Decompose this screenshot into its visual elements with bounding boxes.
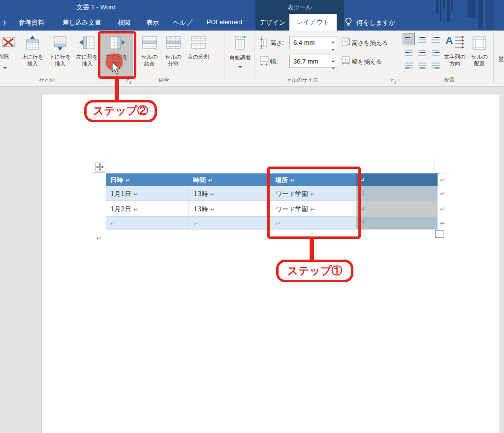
cell-margins-icon [468, 35, 491, 53]
split-table-label: 表の分割 [185, 53, 212, 60]
pilcrow-mark: ↵ [110, 220, 115, 227]
table-cell[interactable]: 13時 ↵ [189, 201, 271, 217]
table-header-cell-selected[interactable] [356, 173, 438, 186]
distribute-columns-button[interactable]: 幅を揃える [352, 58, 382, 66]
height-input[interactable]: 6.4 mm [289, 36, 337, 49]
delete-button-label: 削除 [0, 53, 17, 60]
table-cell[interactable]: ↵ [189, 217, 271, 230]
crop-mark-top-right-v [435, 158, 435, 172]
end-of-row-mark: ↵ [440, 176, 445, 184]
align-bottom-right-button[interactable] [429, 59, 441, 71]
split-table-button[interactable]: 表の分割 [185, 32, 212, 77]
align-top-left-button[interactable] [403, 33, 415, 45]
width-input[interactable]: 36.7 mm [289, 55, 337, 68]
distribute-rows-button[interactable]: 高さを揃える [352, 39, 388, 47]
tell-me-box[interactable]: 何をしますか [356, 18, 396, 27]
pilcrow-mark: ↵ [210, 206, 215, 213]
align-middle-center-button[interactable] [416, 46, 428, 58]
height-field-label: 高さ: [270, 39, 284, 47]
delete-button[interactable]: 削除 [0, 32, 17, 77]
merge-cells-icon [136, 35, 162, 51]
table-cell-selected[interactable] [356, 201, 438, 217]
cell-margins-button[interactable]: セルの 配置 [468, 32, 491, 77]
cell-size-dialog-launcher-icon[interactable] [391, 77, 397, 83]
autofit-label: 自動調整 [226, 54, 254, 61]
split-table-icon [185, 35, 212, 51]
cell-text: 1月2日 [110, 205, 131, 213]
align-bottom-left-button[interactable] [403, 59, 415, 71]
table-cell[interactable]: 1月1日 ↵ [106, 186, 189, 201]
table-header-cell[interactable]: 日時 ↵ [106, 173, 189, 186]
pilcrow-mark: ↵ [208, 177, 213, 184]
insert-column-left-button[interactable]: 左に列を 挿入 [73, 32, 101, 77]
height-value: 6.4 mm [293, 39, 315, 46]
text-direction-label: 文字列の 方向 [442, 53, 468, 67]
document-page[interactable] [41, 95, 500, 433]
insert-row-above-button[interactable]: 上に行を 挿入 [19, 32, 46, 77]
insert-row-below-line2: 挿入 [46, 60, 74, 67]
end-of-cell-marker [361, 178, 364, 181]
tab-pdfelement[interactable]: PDFelement [207, 18, 242, 26]
align-bottom-center-button[interactable] [416, 59, 428, 71]
text-direction-line2: 方向 [442, 60, 468, 67]
insert-row-above-label: 上に行を 挿入 [19, 53, 46, 67]
distribute-rows-icon [342, 37, 350, 48]
end-of-cell-marker [361, 207, 364, 210]
height-spinner[interactable] [329, 36, 337, 49]
align-middle-right-button[interactable] [429, 46, 441, 58]
insert-column-left-icon [73, 35, 101, 52]
crop-mark-top-left-h [93, 172, 106, 173]
insert-row-below-button[interactable]: 下に行を 挿入 [46, 32, 74, 77]
width-spinner[interactable] [329, 55, 337, 67]
insert-row-below-label: 下に行を 挿入 [46, 53, 74, 67]
table-cell[interactable]: 13時 ↵ [189, 186, 271, 201]
align-top-center-button[interactable] [416, 33, 428, 45]
table-cell[interactable]: ↵ [106, 217, 189, 230]
cell-margins-line2: 配置 [468, 60, 491, 67]
insert-row-below-icon [46, 35, 74, 53]
insert-row-above-icon [19, 35, 46, 53]
crop-mark-top-left-v [106, 158, 106, 172]
tab-layout-main-partial[interactable]: ト [1, 18, 8, 27]
pilcrow-mark: ↵ [133, 191, 138, 198]
lightbulb-icon [345, 17, 352, 30]
cell-margins-label: セルの 配置 [468, 53, 491, 67]
table-tools-label: 表ツール [255, 3, 344, 12]
table-header-cell[interactable]: 時間 ↵ [189, 173, 271, 186]
tab-table-layout-active[interactable]: レイアウト [289, 14, 337, 31]
cell-text: 13時 [193, 190, 208, 198]
header-text: 日時 [110, 176, 123, 184]
table-cell[interactable]: 1月2日 ↵ [106, 201, 189, 217]
end-of-table-marker [435, 230, 443, 238]
annotation-label-step2: ステップ② [84, 100, 157, 122]
annotation-line-step2 [115, 78, 119, 101]
autofit-button[interactable]: 自動調整 [226, 32, 254, 77]
merge-cells-button[interactable]: セルの 結合 [136, 32, 162, 77]
table-cell-selected[interactable] [356, 217, 438, 230]
autofit-dropdown-caret [238, 66, 242, 68]
tab-table-design[interactable]: デザイン [259, 18, 285, 27]
partial-sort-button[interactable]: 並 [498, 55, 504, 64]
align-middle-left-button[interactable] [403, 46, 415, 58]
table-cell-selected[interactable] [356, 186, 438, 201]
mouse-cursor-icon [111, 62, 121, 77]
split-cells-icon [161, 35, 186, 51]
text-direction-line1: 文字列の [442, 53, 468, 60]
align-top-right-button[interactable] [429, 33, 441, 45]
tab-references[interactable]: 参考資料 [19, 18, 44, 27]
table-move-handle-icon[interactable] [95, 163, 104, 171]
pilcrow-mark: ↵ [133, 206, 138, 213]
document-area [0, 87, 504, 433]
tab-help[interactable]: ヘルプ [173, 18, 192, 27]
end-of-row-mark: ↵ [440, 205, 445, 213]
group-label-merge: 結合 [139, 77, 189, 84]
text-direction-button[interactable]: A 文字列の 方向 [442, 32, 468, 77]
insert-row-below-line1: 下に行を [46, 53, 74, 60]
tab-review[interactable]: 校閲 [118, 18, 130, 27]
tab-view[interactable]: 表示 [146, 18, 159, 27]
split-cells-button[interactable]: セルの 分割 [161, 32, 186, 77]
window-title: 文書 1 - Word [44, 3, 148, 12]
title-bar: 文書 1 - Word 表ツール [0, 0, 504, 14]
group-label-alignment: 配置 [425, 77, 474, 84]
tab-mailings[interactable]: 差し込み文書 [63, 18, 101, 27]
